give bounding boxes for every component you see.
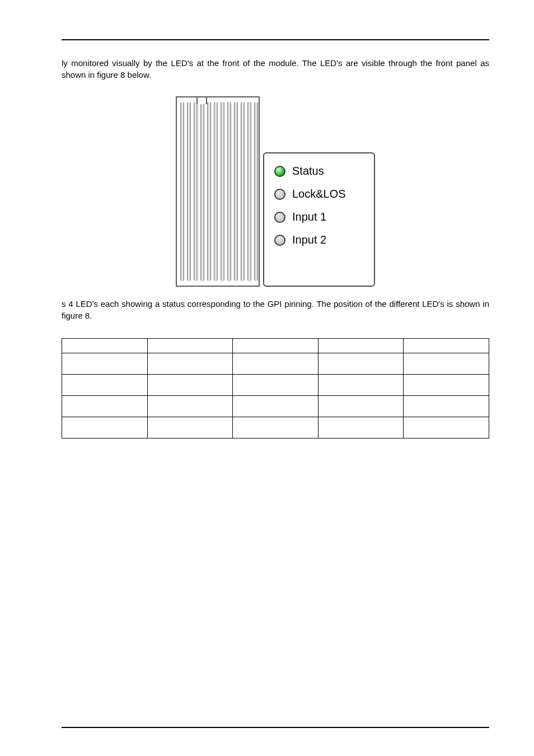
table-cell <box>318 353 404 375</box>
table-header-cell <box>147 339 233 353</box>
table-header-cell <box>233 339 318 353</box>
module-front <box>176 96 260 287</box>
table-cell <box>233 396 318 417</box>
table-row <box>62 353 489 375</box>
table-cell <box>233 375 318 396</box>
table-row <box>62 417 489 438</box>
paragraph-1: ly monitored visually by the LED's at th… <box>62 57 489 81</box>
paragraph-2: s 4 LED's each showing a status correspo… <box>62 298 489 321</box>
led-lock-icon <box>274 189 285 200</box>
table-cell <box>233 417 318 438</box>
table-cell <box>62 353 148 375</box>
table-row <box>62 396 489 417</box>
led-lock-label: Lock&LOS <box>292 188 346 200</box>
led-status-label: Status <box>292 165 324 178</box>
table-cell <box>147 396 233 417</box>
table-header-cell <box>404 339 489 353</box>
page: ly monitored visually by the LED's at th… <box>0 0 534 756</box>
bar <box>227 102 231 281</box>
led-input1-label: Input 1 <box>292 211 326 223</box>
bar <box>207 102 211 281</box>
table-cell <box>404 417 489 438</box>
table-cell <box>404 396 489 417</box>
led-label-box: Status Lock&LOS Input 1 Input 2 <box>263 152 375 287</box>
bar <box>254 102 258 281</box>
led-row-input1: Input 1 <box>274 211 374 223</box>
table-row <box>62 375 489 396</box>
status-table <box>62 338 489 438</box>
figure-inner: Status Lock&LOS Input 1 Input 2 <box>176 96 375 287</box>
table-cell <box>318 417 404 438</box>
table-header-cell <box>318 339 404 353</box>
bar <box>234 102 238 281</box>
table-cell <box>62 396 148 417</box>
bar <box>180 102 184 281</box>
table-cell <box>147 417 233 438</box>
bar <box>200 102 204 281</box>
figure-8: Status Lock&LOS Input 1 Input 2 <box>62 96 489 287</box>
spacer <box>62 438 489 716</box>
footer-rule <box>62 727 489 728</box>
header-rule <box>62 39 489 40</box>
table-cell <box>318 375 404 396</box>
table-cell <box>62 417 148 438</box>
table-cell <box>147 375 233 396</box>
bar <box>214 102 218 281</box>
table-cell <box>318 396 404 417</box>
module-bars <box>180 102 258 281</box>
led-input2-label: Input 2 <box>292 234 326 246</box>
led-status-icon <box>274 166 285 177</box>
table-cell <box>404 353 489 375</box>
table-header-row <box>62 339 489 353</box>
led-input2-icon <box>274 235 285 246</box>
bar <box>187 102 191 281</box>
bar <box>221 102 224 281</box>
led-row-lock: Lock&LOS <box>274 188 374 200</box>
table-header-cell <box>62 339 148 353</box>
bar <box>241 102 245 281</box>
led-row-status: Status <box>274 165 374 178</box>
table-cell <box>62 375 148 396</box>
bar <box>194 102 198 281</box>
bar <box>247 102 251 281</box>
led-row-input2: Input 2 <box>274 234 374 246</box>
table-cell <box>404 375 489 396</box>
table-cell <box>233 353 318 375</box>
table-cell <box>147 353 233 375</box>
led-input1-icon <box>274 212 285 223</box>
